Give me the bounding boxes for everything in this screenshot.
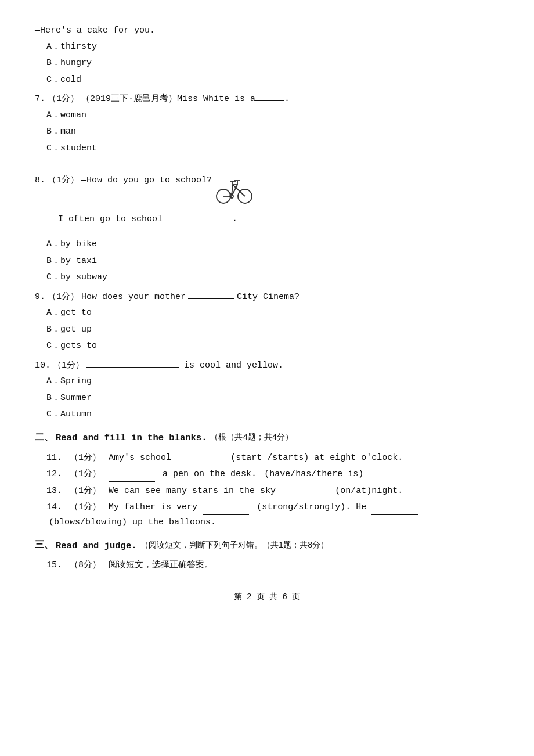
q11-score: （1分） — [70, 453, 101, 463]
q14-score: （1分） — [70, 502, 101, 512]
q9-option-c: C．gets to — [46, 339, 499, 354]
question-9: 9. （1分） How does your mother City Cinema… — [35, 290, 499, 305]
q9-number: 9. — [35, 290, 45, 305]
option-letter: B． — [46, 393, 60, 403]
q9-text: How does your mother — [81, 290, 186, 305]
section-3-title: Read and judge. — [56, 538, 137, 553]
option-letter: C． — [46, 341, 60, 351]
cake-intro-line: —Here's a cake for you. — [35, 23, 499, 38]
q8-line2-text: —I often go to school — [53, 212, 163, 227]
q8-answer-blank — [163, 212, 232, 221]
option-letter: B． — [46, 58, 60, 68]
q8-dash: — — [46, 212, 52, 227]
option-text: by taxi — [60, 256, 97, 266]
q12-blank — [109, 473, 155, 482]
q15-text: 阅读短文，选择正确答案。 — [109, 560, 213, 570]
q14-number: 14. — [46, 502, 62, 512]
q14-blank1 — [203, 506, 249, 515]
section-3-number: 三、 — [35, 538, 53, 553]
q9-text2: City Cinema? — [237, 290, 300, 305]
q15-score: （8分） — [70, 560, 101, 570]
q12-score: （1分） — [70, 469, 101, 479]
q10-number: 10. — [35, 358, 50, 373]
q14-text2: (strong/strongly). He — [257, 502, 366, 512]
question-15: 15. （8分） 阅读短文，选择正确答案。 — [46, 558, 499, 573]
q10-score: （1分） — [53, 358, 84, 373]
option-letter: B． — [46, 256, 60, 266]
section-2-number: 二、 — [35, 430, 53, 446]
q8-line2: — —I often go to school . — [46, 212, 499, 227]
q8-score: （1分） — [48, 173, 79, 188]
q10-blank — [86, 358, 179, 368]
option-text: Autumn — [60, 409, 92, 419]
q7-context: （2019三下·鹿邑月考）Miss White is a — [81, 92, 255, 107]
q9-option-b: B．get up — [46, 322, 499, 337]
option-letter: C． — [46, 409, 60, 419]
option-letter: A． — [46, 308, 60, 318]
q7-score: （1分） — [48, 92, 79, 107]
q12-hint: (have/has/there is) — [264, 469, 363, 479]
option-text: get up — [60, 325, 92, 334]
q13-number: 13. — [46, 486, 62, 496]
q10-text2: is cool and yellow. — [184, 358, 283, 373]
option-c-cold: C．cold — [46, 73, 499, 88]
section-2-subtitle: （根（共4题；共4分） — [210, 431, 293, 445]
option-letter: A． — [46, 376, 60, 386]
option-letter: B． — [46, 325, 60, 334]
q9-blank — [188, 290, 234, 299]
q10-option-b: B．Summer — [46, 391, 499, 406]
section-2-title: Read and fill in the blanks. — [56, 430, 207, 445]
q11-text2: (start /starts) at eight o'clock. — [230, 453, 403, 463]
section-2-header: 二、 Read and fill in the blanks. （根（共4题；共… — [35, 430, 499, 446]
q11-blank — [176, 456, 223, 465]
q11-number: 11. — [46, 453, 62, 463]
q8-line1: 8. （1分） —How do you go to school? — [35, 173, 499, 211]
question-8-block: 8. （1分） —How do you go to school? — [35, 173, 499, 226]
q14-text3: (blows/blowing) up the balloons. — [49, 517, 216, 527]
option-text: student — [60, 143, 97, 153]
option-letter: C． — [46, 75, 60, 85]
option-letter: C． — [46, 143, 60, 153]
section-3-header: 三、 Read and judge. （阅读短文，判断下列句子对错。（共1题；共… — [35, 538, 499, 553]
question-7: 7. （1分） （2019三下·鹿邑月考）Miss White is a . — [35, 92, 499, 107]
option-text: hungry — [60, 58, 92, 68]
question-12: 12. （1分） a pen on the desk. (have/has/th… — [46, 467, 499, 482]
q12-text2: a pen on the desk. — [163, 469, 257, 479]
option-a-thirsty: A．thirsty — [46, 39, 499, 55]
q10-option-c: C．Autumn — [46, 407, 499, 422]
option-text: Spring — [60, 376, 92, 386]
q8-line1-text: —How do you go to school? — [81, 173, 212, 188]
option-b-hungry: B．hungry — [46, 56, 499, 71]
question-10: 10. （1分） is cool and yellow. — [35, 358, 499, 373]
q14-text1: My father is very — [109, 502, 197, 512]
option-letter: A． — [46, 110, 60, 120]
q8-option-c: C．by subway — [46, 270, 499, 285]
q13-text2: (on/at)night. — [335, 486, 403, 496]
q7-blank — [255, 92, 284, 101]
option-letter: A． — [46, 42, 60, 52]
q7-number: 7. — [35, 92, 45, 107]
option-text: cold — [60, 75, 81, 85]
option-text: woman — [60, 110, 86, 120]
page-footer: 第 2 页 共 6 页 — [35, 591, 499, 604]
q8-line2-end: . — [232, 212, 237, 227]
q7-dot: . — [284, 92, 290, 107]
q9-score: （1分） — [48, 290, 79, 305]
q14-blank2 — [371, 506, 418, 515]
question-11: 11. （1分） Amy's school (start /starts) at… — [46, 451, 499, 466]
q13-text1: We can see many stars in the sky — [109, 486, 276, 496]
q15-number: 15. — [46, 560, 62, 570]
option-text: thirsty — [60, 42, 97, 52]
option-text: gets to — [60, 341, 97, 351]
page-footer-text: 第 2 页 共 6 页 — [234, 592, 301, 602]
q10-option-a: A．Spring — [46, 374, 499, 389]
option-text: Summer — [60, 393, 92, 403]
q11-text1: Amy's school — [109, 453, 171, 463]
q8-number: 8. — [35, 173, 45, 188]
cake-intro-text: —Here's a cake for you. — [35, 23, 155, 38]
question-14: 14. （1分） My father is very (strong/stron… — [46, 500, 499, 530]
q8-option-a: A．by bike — [46, 237, 499, 252]
q7-option-c: C．student — [46, 141, 499, 156]
section-3-subtitle: （阅读短文，判断下列句子对错。（共1题；共8分） — [140, 539, 329, 553]
option-letter: C． — [46, 272, 60, 282]
